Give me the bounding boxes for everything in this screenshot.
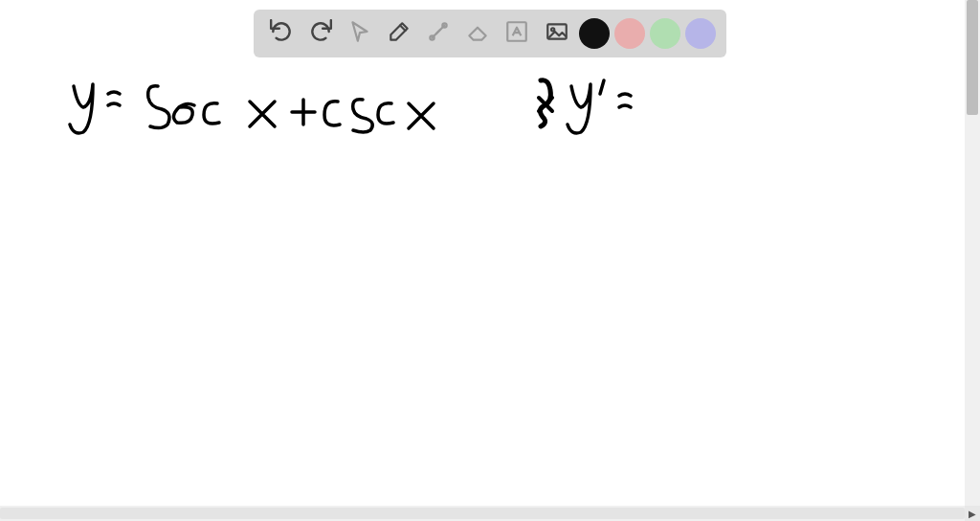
undo-icon	[269, 19, 294, 48]
tools-icon	[426, 19, 451, 48]
image-icon	[545, 19, 569, 48]
pen-tool-button[interactable]	[382, 16, 416, 51]
horizontal-scrollbar-thumb[interactable]	[0, 508, 965, 519]
cursor-icon	[347, 19, 372, 48]
undo-button[interactable]	[264, 16, 299, 51]
color-swatch-pink[interactable]	[614, 18, 645, 49]
color-swatch-purple[interactable]	[685, 18, 716, 49]
eraser-tool-button[interactable]	[460, 16, 495, 51]
svg-point-5	[551, 28, 554, 31]
tools-button[interactable]	[421, 16, 456, 51]
eraser-icon	[465, 19, 490, 48]
chevron-right-icon: ▶	[969, 509, 976, 519]
text-icon	[504, 19, 529, 48]
select-tool-button[interactable]	[343, 16, 377, 51]
drawing-canvas[interactable]	[0, 57, 961, 508]
horizontal-scroll-right-arrow[interactable]: ▶	[965, 506, 980, 521]
drawing-toolbar	[254, 10, 726, 57]
handwriting-eq-left	[62, 77, 445, 144]
text-tool-button[interactable]	[500, 16, 534, 51]
redo-icon	[308, 19, 333, 48]
redo-button[interactable]	[303, 16, 338, 51]
vertical-scrollbar[interactable]	[965, 0, 980, 506]
horizontal-scrollbar[interactable]	[0, 506, 965, 521]
image-tool-button[interactable]	[540, 16, 574, 51]
color-swatch-black[interactable]	[579, 18, 610, 49]
handwriting-eq-right	[531, 73, 694, 140]
pen-icon	[387, 19, 412, 48]
vertical-scrollbar-thumb[interactable]	[967, 0, 978, 115]
app-viewport: ▶	[0, 0, 980, 521]
color-swatch-green[interactable]	[650, 18, 680, 49]
